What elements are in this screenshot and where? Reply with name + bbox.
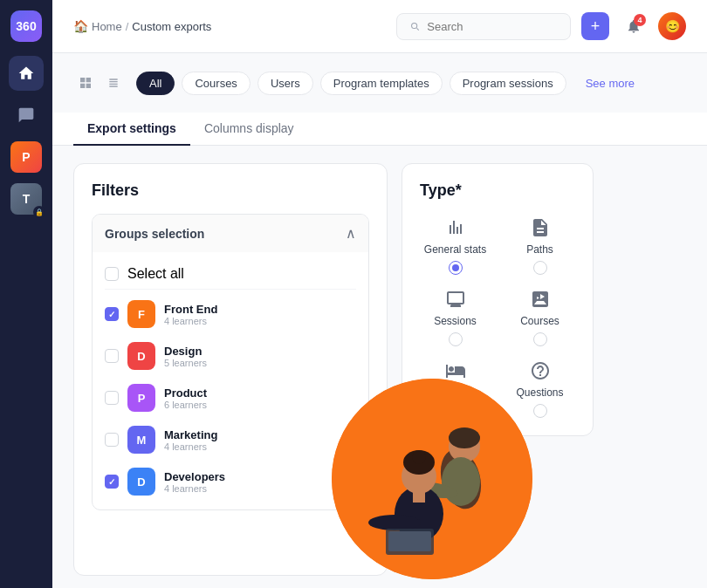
notifications-icon[interactable]: 4: [620, 12, 648, 40]
add-button[interactable]: +: [581, 12, 609, 40]
group-name-frontend: Front End: [164, 303, 217, 316]
group-name-product: Product: [164, 386, 207, 400]
group-count-design: 5 learners: [164, 358, 207, 368]
group-avatar-marketing: M: [127, 426, 155, 454]
header-actions: + 4 😊: [396, 12, 686, 40]
groups-body: Select all F Front End 4 learners: [93, 252, 368, 509]
groups-selection-header[interactable]: Groups selection ∧: [93, 215, 368, 252]
grid-view-icon[interactable]: [73, 71, 98, 95]
lock-icon: 🔒: [33, 206, 45, 218]
group-row-marketing: M Marketing 4 learners: [105, 419, 356, 461]
group-name-design: Design: [164, 345, 207, 358]
svg-point-9: [412, 450, 426, 464]
svg-point-11: [368, 515, 421, 530]
group-checkbox-product[interactable]: [105, 391, 119, 405]
group-row-developers: D Developers 4 learners: [105, 461, 356, 503]
notification-badge: 4: [634, 14, 646, 26]
type-item-sessions[interactable]: Sessions: [420, 289, 491, 346]
select-all-checkbox[interactable]: [105, 267, 119, 281]
group-row-design: D Design 5 learners: [105, 335, 356, 377]
sidebar-item-template[interactable]: T 🔒: [9, 181, 44, 216]
search-icon: [409, 20, 420, 32]
svg-rect-13: [388, 531, 431, 551]
group-count-marketing: 4 learners: [164, 441, 217, 452]
group-checkbox-frontend[interactable]: [105, 307, 119, 321]
sidebar: 360 P T 🔒: [0, 0, 52, 588]
home-icon: [17, 65, 35, 82]
group-avatar-product: P: [127, 384, 155, 412]
type-label-general-stats: General stats: [424, 243, 486, 256]
group-row-product: P Product 6 learners: [105, 377, 356, 419]
type-radio-general-stats[interactable]: [449, 261, 463, 275]
sub-tab-export-settings[interactable]: Export settings: [73, 113, 190, 146]
group-avatar-developers: D: [127, 468, 155, 496]
group-info-design: Design 5 learners: [164, 345, 207, 368]
select-all-label: Select all: [127, 266, 184, 282]
type-radio-questions[interactable]: [533, 404, 547, 418]
filter-tab-program-sessions[interactable]: Program sessions: [450, 72, 566, 95]
type-radio-sessions[interactable]: [449, 332, 463, 346]
group-checkbox-developers[interactable]: [105, 475, 119, 489]
search-input[interactable]: [427, 20, 558, 33]
content-area: All Courses Users Program templates Prog…: [52, 53, 707, 588]
breadcrumb-current: Custom exports: [132, 20, 211, 33]
svg-point-4: [442, 457, 480, 506]
header: 🏠 Home / Custom exports + 4 😊: [52, 0, 707, 53]
group-row-frontend: F Front End 4 learners: [105, 293, 356, 335]
groups-selection-title: Groups selection: [105, 227, 204, 241]
sub-tabs: Export settings Columns display: [52, 113, 707, 146]
bar-view-icon[interactable]: [101, 71, 126, 95]
program-badge: P: [10, 141, 42, 173]
type-item-general-stats[interactable]: General stats: [420, 217, 491, 275]
group-avatar-frontend: F: [127, 300, 155, 328]
courses-icon: [530, 289, 551, 310]
avatar[interactable]: 😊: [658, 12, 686, 40]
general-stats-icon: [445, 217, 466, 238]
filter-tabs: All Courses Users Program templates Prog…: [73, 71, 686, 95]
group-checkbox-marketing[interactable]: [105, 433, 119, 447]
sidebar-item-program[interactable]: P: [9, 140, 44, 174]
group-info-frontend: Front End 4 learners: [164, 303, 217, 326]
select-all-row: Select all: [105, 259, 356, 290]
filter-tab-users[interactable]: Users: [257, 72, 313, 95]
type-radio-paths[interactable]: [533, 261, 547, 275]
type-label-sessions: Sessions: [434, 315, 477, 327]
group-count-developers: 4 learners: [164, 483, 225, 494]
chevron-up-icon: ∧: [346, 225, 356, 242]
sidebar-logo[interactable]: 360: [10, 10, 42, 42]
filter-tab-program-templates[interactable]: Program templates: [320, 72, 443, 95]
people-illustration: [332, 379, 532, 579]
see-more-button[interactable]: See more: [573, 72, 647, 94]
paths-icon: [530, 217, 551, 238]
home-breadcrumb-icon: 🏠: [73, 19, 88, 33]
group-name-marketing: Marketing: [164, 428, 217, 441]
circle-image-overlay: [332, 379, 532, 579]
sessions-icon: [445, 289, 466, 310]
group-info-developers: Developers 4 learners: [164, 470, 225, 494]
group-checkbox-design[interactable]: [105, 349, 119, 363]
message-icon: [17, 106, 35, 124]
main-content: 🏠 Home / Custom exports + 4 😊: [52, 0, 707, 588]
group-info-marketing: Marketing 4 learners: [164, 428, 217, 452]
group-count-frontend: 4 learners: [164, 316, 217, 326]
breadcrumb: 🏠 Home / Custom exports: [73, 19, 211, 33]
group-info-product: Product 6 learners: [164, 386, 207, 410]
group-avatar-design: D: [127, 342, 155, 370]
search-box[interactable]: [396, 13, 571, 40]
filter-tab-courses[interactable]: Courses: [182, 72, 250, 95]
filters-title: Filters: [92, 181, 369, 200]
type-title: Type*: [420, 181, 575, 200]
type-label-paths: Paths: [526, 243, 553, 256]
sidebar-item-home[interactable]: [9, 56, 44, 91]
type-item-courses[interactable]: Courses: [505, 289, 575, 346]
view-icons: [73, 71, 126, 95]
svg-rect-10: [413, 490, 425, 503]
type-radio-courses[interactable]: [533, 332, 547, 346]
sidebar-item-message[interactable]: [9, 98, 44, 133]
filter-tab-all[interactable]: All: [136, 72, 175, 95]
sub-tab-columns-display[interactable]: Columns display: [190, 113, 308, 146]
breadcrumb-separator: /: [126, 20, 129, 33]
type-item-paths[interactable]: Paths: [505, 217, 575, 275]
type-label-courses: Courses: [520, 315, 559, 327]
breadcrumb-home[interactable]: Home: [92, 20, 122, 33]
